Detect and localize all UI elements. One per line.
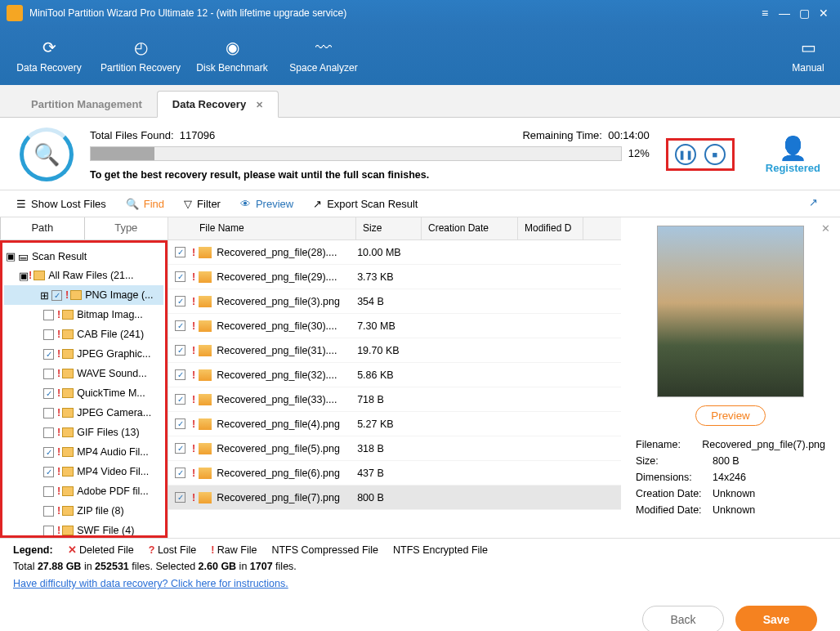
- column-size[interactable]: Size: [356, 217, 422, 239]
- file-checkbox[interactable]: [175, 320, 185, 331]
- tree-item[interactable]: !QuickTime M...: [4, 383, 163, 403]
- tree-item[interactable]: !CAB File (241): [4, 324, 163, 344]
- subtab-type[interactable]: Type: [85, 217, 168, 239]
- data-recovery-button[interactable]: ⟳ Data Recovery: [3, 26, 95, 85]
- show-lost-label: Show Lost Files: [31, 198, 106, 210]
- file-row[interactable]: !Recovered_png_file(3).png354 B: [168, 289, 621, 314]
- file-name: Recovered_png_file(7).png: [217, 492, 354, 503]
- file-row[interactable]: !Recovered_png_file(4).png5.27 KB: [168, 412, 621, 436]
- file-checkbox[interactable]: [175, 369, 185, 380]
- tree-item[interactable]: !SWF File (4): [4, 521, 163, 538]
- tree-checkbox[interactable]: [43, 467, 54, 477]
- tree-checkbox[interactable]: [43, 369, 54, 379]
- tree-all-raw[interactable]: ▣ !All Raw Files (21...: [4, 266, 163, 285]
- column-file-name[interactable]: File Name: [193, 217, 356, 239]
- share-icon[interactable]: ↗: [809, 196, 824, 211]
- space-analyzer-button[interactable]: 〰 Space Analyzer: [278, 26, 369, 85]
- registered-badge[interactable]: 👤 Registered: [766, 135, 820, 174]
- tree-checkbox[interactable]: [43, 526, 54, 536]
- tree-checkbox[interactable]: [51, 290, 62, 301]
- tree-item[interactable]: !JPEG Camera...: [4, 403, 163, 423]
- tree-checkbox[interactable]: [43, 329, 54, 340]
- preview-close-icon[interactable]: ✕: [821, 222, 830, 235]
- disk-benchmark-label: Disk Benchmark: [196, 62, 267, 74]
- tree-item[interactable]: !Adobe PDF fil...: [4, 481, 163, 501]
- file-checkbox[interactable]: [175, 394, 185, 405]
- tree-item[interactable]: ⊞!PNG Image (...: [4, 285, 163, 305]
- tree-checkbox[interactable]: [43, 408, 54, 418]
- space-analyzer-label: Space Analyzer: [289, 62, 357, 74]
- data-recovery-icon: ⟳: [38, 38, 60, 57]
- data-recovery-label: Data Recovery: [16, 62, 81, 74]
- file-checkbox[interactable]: [175, 296, 185, 307]
- tree-item[interactable]: !ZIP file (8): [4, 501, 163, 521]
- preview-filename-label: Filename:: [636, 439, 702, 450]
- file-checkbox[interactable]: [175, 468, 185, 478]
- file-type-icon: [199, 345, 212, 356]
- file-row[interactable]: !Recovered_png_file(5).png318 B: [168, 436, 621, 461]
- tree-root[interactable]: ▣ 🖴 Scan Result: [4, 246, 163, 266]
- tree-checkbox[interactable]: [43, 486, 54, 497]
- file-size: 437 B: [354, 468, 419, 479]
- close-button[interactable]: ✕: [814, 7, 833, 20]
- stop-scan-button[interactable]: ■: [704, 144, 726, 165]
- tab-partition-management[interactable]: Partition Management: [16, 92, 157, 117]
- file-checkbox[interactable]: [175, 418, 185, 429]
- filter-button[interactable]: ▽Filter: [184, 198, 221, 210]
- file-checkbox[interactable]: [175, 247, 185, 257]
- tree-checkbox[interactable]: [43, 506, 54, 517]
- tab-close-icon[interactable]: ✕: [256, 100, 263, 110]
- file-row[interactable]: !Recovered_png_file(31)....19.70 KB: [168, 338, 621, 363]
- disk-benchmark-button[interactable]: ◉ Disk Benchmark: [186, 26, 278, 85]
- tree-checkbox[interactable]: [43, 447, 54, 458]
- preview-open-button[interactable]: Preview: [695, 405, 765, 426]
- tree-item[interactable]: !GIF Files (13): [4, 423, 163, 442]
- column-creation-date[interactable]: Creation Date: [422, 217, 518, 239]
- help-link[interactable]: Have difficulty with data recovery? Clic…: [13, 578, 288, 589]
- file-name: Recovered_png_file(6).png: [217, 468, 354, 479]
- tree-checkbox[interactable]: [43, 427, 54, 438]
- export-scan-result-button[interactable]: ↗Export Scan Result: [313, 198, 418, 210]
- scan-control-highlight: ❚❚ ■: [666, 138, 735, 171]
- maximize-button[interactable]: ▢: [794, 7, 814, 20]
- tree-checkbox[interactable]: [43, 310, 54, 320]
- file-row[interactable]: !Recovered_png_file(33)....718 B: [168, 387, 621, 412]
- pause-scan-button[interactable]: ❚❚: [675, 144, 696, 165]
- tree-item[interactable]: !JPEG Graphic...: [4, 344, 163, 364]
- show-lost-files-button[interactable]: ☰Show Lost Files: [16, 198, 106, 210]
- file-row[interactable]: !Recovered_png_file(6).png437 B: [168, 461, 621, 486]
- save-button[interactable]: Save: [735, 606, 817, 631]
- file-list-pane: File Name Size Creation Date Modified D …: [168, 217, 621, 538]
- file-checkbox[interactable]: [175, 271, 185, 282]
- subtab-path[interactable]: Path: [0, 217, 85, 239]
- tree-checkbox[interactable]: [43, 349, 54, 360]
- find-button[interactable]: 🔍Find: [126, 198, 164, 210]
- minimize-button[interactable]: —: [775, 7, 794, 20]
- file-checkbox[interactable]: [175, 492, 185, 503]
- partition-recovery-button[interactable]: ◴ Partition Recovery: [95, 26, 186, 85]
- manual-button[interactable]: ▭ Manual: [780, 26, 837, 85]
- tree-item[interactable]: !WAVE Sound...: [4, 364, 163, 383]
- menu-icon[interactable]: ≡: [755, 7, 775, 20]
- file-row[interactable]: !Recovered_png_file(7).png800 B: [168, 486, 621, 510]
- back-button[interactable]: Back: [642, 606, 724, 631]
- tree-item[interactable]: !Bitmap Imag...: [4, 305, 163, 324]
- file-type-tree[interactable]: ▣ 🖴 Scan Result▣ !All Raw Files (21...⊞!…: [2, 243, 165, 538]
- tab-data-recovery[interactable]: Data Recovery ✕: [157, 91, 279, 118]
- file-type-icon: [199, 296, 212, 307]
- file-row[interactable]: !Recovered_png_file(28)....10.00 MB: [168, 240, 621, 265]
- tree-item[interactable]: !MP4 Audio Fil...: [4, 442, 163, 462]
- file-row[interactable]: !Recovered_png_file(32)....5.86 KB: [168, 363, 621, 387]
- file-type-icon: [199, 320, 212, 332]
- file-checkbox[interactable]: [175, 345, 185, 356]
- column-modified-date[interactable]: Modified D: [518, 217, 583, 239]
- file-size: 7.30 MB: [354, 320, 419, 332]
- file-row[interactable]: !Recovered_png_file(29)....3.73 KB: [168, 265, 621, 289]
- file-list[interactable]: !Recovered_png_file(28)....10.00 MB!Reco…: [168, 240, 621, 538]
- file-type-icon: [199, 492, 212, 503]
- preview-button[interactable]: 👁Preview: [240, 198, 293, 210]
- tree-item[interactable]: !MP4 Video Fil...: [4, 462, 163, 481]
- file-row[interactable]: !Recovered_png_file(30)....7.30 MB: [168, 314, 621, 338]
- tree-checkbox[interactable]: [43, 388, 54, 399]
- file-checkbox[interactable]: [175, 443, 185, 454]
